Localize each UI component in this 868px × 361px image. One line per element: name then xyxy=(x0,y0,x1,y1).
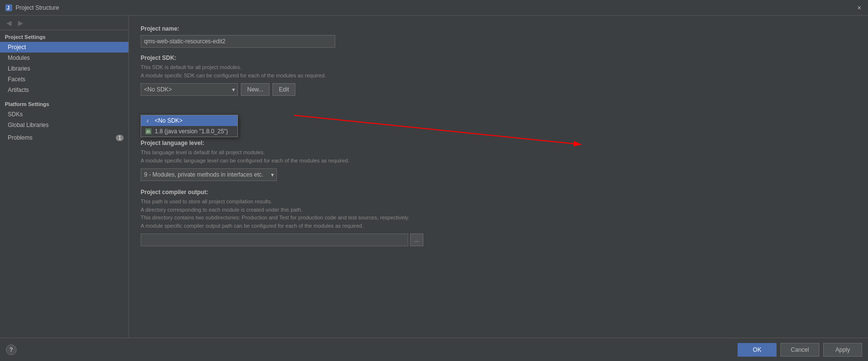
sidebar-item-project[interactable]: Project xyxy=(0,42,128,53)
project-name-input[interactable] xyxy=(141,35,335,48)
project-sdk-desc1: This SDK is default for all project modu… xyxy=(141,63,856,79)
title-bar: J Project Structure × xyxy=(0,0,868,16)
sidebar-item-modules[interactable]: Modules xyxy=(0,53,128,63)
right-panel: Project name: Project SDK: This SDK is d… xyxy=(129,16,868,338)
sidebar-item-sdks[interactable]: SDKs xyxy=(0,109,128,120)
sdk-row: <No SDK> 1.8 (java version "1.8.0_25") ▼… xyxy=(141,83,856,96)
project-settings-header: Project Settings xyxy=(0,30,128,42)
svg-text:JD: JD xyxy=(146,130,150,133)
sdk-select-wrapper: <No SDK> 1.8 (java version "1.8.0_25") ▼ xyxy=(141,83,238,96)
cancel-button[interactable]: Cancel xyxy=(780,343,819,357)
project-language-level-label: Project language level: xyxy=(141,140,856,146)
new-sdk-button[interactable]: New... xyxy=(241,83,270,96)
sidebar-item-libraries[interactable]: Libraries xyxy=(0,63,128,74)
compiler-output-field: ... xyxy=(141,234,856,246)
project-structure-dialog: J Project Structure × ◀ ▶ Project Settin… xyxy=(0,0,868,361)
sdk-option-no-sdk[interactable]: J <No SDK> xyxy=(141,115,237,126)
compiler-output-label: Project compiler output: xyxy=(141,189,856,196)
compiler-output-input[interactable] xyxy=(141,234,408,246)
forward-button[interactable]: ▶ xyxy=(16,18,25,28)
close-button[interactable]: × xyxy=(855,4,863,12)
dialog-title: Project Structure xyxy=(16,4,855,11)
sidebar-item-facets[interactable]: Facets xyxy=(0,74,128,85)
edit-sdk-button[interactable]: Edit xyxy=(272,83,295,96)
svg-text:J: J xyxy=(7,5,10,11)
svg-text:J: J xyxy=(146,119,148,123)
sidebar-item-artifacts[interactable]: Artifacts xyxy=(0,85,128,95)
apply-button[interactable]: Apply xyxy=(823,343,862,357)
sdk-dropdown-popup[interactable]: J <No SDK> JD 1.8 (java version "1.8.0_2… xyxy=(141,115,238,137)
language-level-row: 9 - Modules, private methods in interfac… xyxy=(141,168,856,181)
project-sdk-label: Project SDK: xyxy=(141,54,856,61)
main-content: ◀ ▶ Project Settings Project Modules Lib… xyxy=(0,16,868,338)
browse-button[interactable]: ... xyxy=(410,234,423,246)
nav-buttons: ◀ ▶ xyxy=(0,16,128,30)
sdk-select[interactable]: <No SDK> 1.8 (java version "1.8.0_25") xyxy=(141,83,238,96)
project-name-label: Project name: xyxy=(141,25,856,32)
sidebar: ◀ ▶ Project Settings Project Modules Lib… xyxy=(0,16,129,338)
app-icon: J xyxy=(5,4,13,12)
sidebar-item-problems[interactable]: Problems 1 xyxy=(0,132,128,143)
ok-button[interactable]: OK xyxy=(738,343,777,357)
bottom-action-buttons: OK Cancel Apply xyxy=(738,343,862,357)
bottom-bar: ? OK Cancel Apply xyxy=(0,338,868,361)
sdk-option-java18[interactable]: JD 1.8 (java version "1.8.0_25") xyxy=(141,126,237,137)
back-button[interactable]: ◀ xyxy=(4,18,14,28)
sidebar-item-global-libraries[interactable]: Global Libraries xyxy=(0,120,128,130)
compiler-output-desc: This path is used to store all project c… xyxy=(141,198,856,230)
help-button[interactable]: ? xyxy=(6,344,17,355)
no-sdk-icon: J xyxy=(145,117,152,124)
platform-settings-header: Platform Settings xyxy=(0,97,128,109)
language-level-select-wrapper: 9 - Modules, private methods in interfac… xyxy=(141,168,277,181)
language-level-select[interactable]: 9 - Modules, private methods in interfac… xyxy=(141,168,277,181)
project-language-level-desc: This language level is default for all p… xyxy=(141,148,856,164)
java-sdk-icon: JD xyxy=(145,128,152,135)
problems-badge: 1 xyxy=(116,135,124,141)
